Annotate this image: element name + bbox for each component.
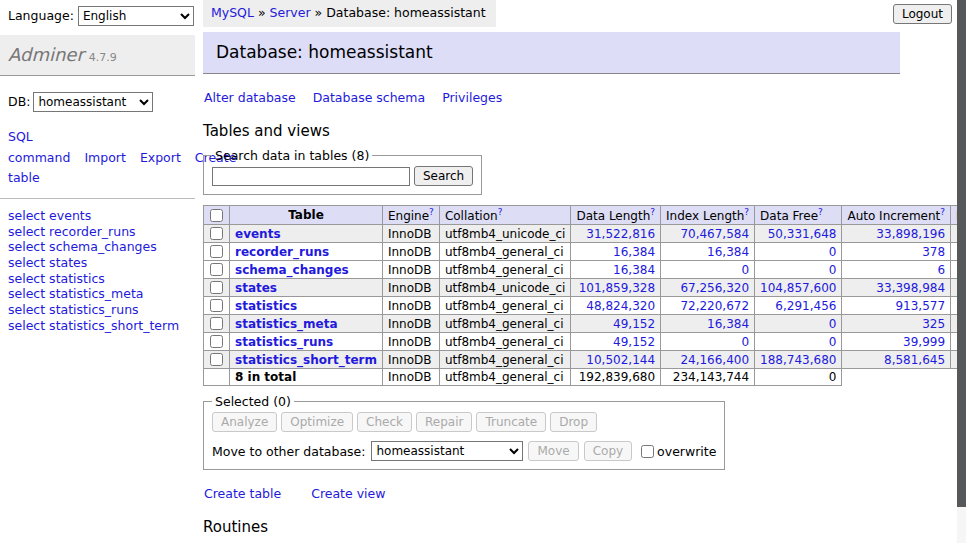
db-select[interactable]: homeassistant <box>33 92 153 112</box>
index-length-cell[interactable]: 0 <box>661 261 755 279</box>
auto-increment-cell[interactable]: 913,577 <box>842 297 951 315</box>
sidebar-action-link[interactable]: Export <box>140 150 181 165</box>
data-free-cell[interactable]: 0 <box>755 315 842 333</box>
data-length-cell[interactable]: 48,824,320 <box>571 297 661 315</box>
row-checkbox[interactable] <box>210 227 223 240</box>
data-free-cell[interactable]: 50,331,648 <box>755 225 842 243</box>
row-checkbox[interactable] <box>210 263 223 276</box>
table-name-link[interactable]: statistics_runs <box>235 335 333 349</box>
auto-increment-cell[interactable]: 8,581,645 <box>842 351 951 369</box>
data-length-cell[interactable]: 16,384 <box>571 243 661 261</box>
row-checkbox[interactable] <box>210 299 223 312</box>
selected-legend: Selected (0) <box>212 394 294 409</box>
data-free-cell[interactable]: 0 <box>755 261 842 279</box>
data-free-cell[interactable]: 104,857,600 <box>755 279 842 297</box>
database-nav-link[interactable]: Privileges <box>442 90 502 105</box>
breadcrumb-mysql-link[interactable]: MySQL <box>211 5 254 20</box>
selected-action-button[interactable]: Truncate <box>476 412 546 432</box>
table-row: statisticsInnoDButf8mb4_general_ci48,824… <box>204 297 966 315</box>
sidebar-table-link[interactable]: select events <box>8 208 187 224</box>
sidebar-action-links: SQL commandImportExportCreate table <box>8 127 187 189</box>
scrollbar-thumb[interactable] <box>957 0 966 507</box>
help-link[interactable]: ? <box>818 207 823 217</box>
help-link[interactable]: ? <box>650 207 655 217</box>
row-checkbox[interactable] <box>210 245 223 258</box>
search-fieldset: Search data in tables (8) Search <box>203 148 482 195</box>
select-all-checkbox[interactable] <box>210 209 223 222</box>
data-free-cell[interactable]: 6,291,456 <box>755 297 842 315</box>
index-length-cell[interactable]: 67,256,320 <box>661 279 755 297</box>
database-nav-link[interactable]: Database schema <box>313 90 425 105</box>
auto-increment-cell[interactable]: 6 <box>842 261 951 279</box>
sidebar-table-link[interactable]: select recorder_runs <box>8 224 187 240</box>
data-length-cell[interactable]: 31,522,816 <box>571 225 661 243</box>
create-link[interactable]: Create view <box>311 486 385 501</box>
move-db-select[interactable]: homeassistant <box>371 441 523 461</box>
breadcrumb-current: Database: homeassistant <box>326 5 485 20</box>
data-length-cell[interactable]: 16,384 <box>571 261 661 279</box>
vertical-scrollbar[interactable] <box>957 0 966 543</box>
move-button[interactable]: Move <box>528 441 578 461</box>
overwrite-checkbox[interactable] <box>641 445 654 458</box>
search-input[interactable] <box>212 167 410 186</box>
create-link[interactable]: Create table <box>204 486 281 501</box>
data-length-cell[interactable]: 101,859,328 <box>571 279 661 297</box>
selected-action-button[interactable]: Optimize <box>281 412 353 432</box>
help-link[interactable]: ? <box>429 207 434 217</box>
data-length-cell[interactable]: 10,502,144 <box>571 351 661 369</box>
sidebar-table-link[interactable]: select schema_changes <box>8 239 187 255</box>
index-length-cell[interactable]: 16,384 <box>661 315 755 333</box>
auto-increment-cell[interactable]: 33,898,196 <box>842 225 951 243</box>
index-length-cell[interactable]: 0 <box>661 333 755 351</box>
help-link[interactable]: ? <box>940 207 945 217</box>
table-name-cell: states <box>230 279 383 297</box>
data-free-cell[interactable]: 188,743,680 <box>755 351 842 369</box>
help-link[interactable]: ? <box>744 207 749 217</box>
auto-increment-cell[interactable]: 378 <box>842 243 951 261</box>
sidebar-action-link[interactable]: SQL command <box>8 129 70 165</box>
row-checkbox[interactable] <box>210 335 223 348</box>
sidebar-table-link[interactable]: select statistics_runs <box>8 302 187 318</box>
table-name-cell: events <box>230 225 383 243</box>
row-checkbox[interactable] <box>210 317 223 330</box>
row-checkbox[interactable] <box>210 353 223 366</box>
index-length-cell[interactable]: 24,166,400 <box>661 351 755 369</box>
index-length-cell[interactable]: 70,467,584 <box>661 225 755 243</box>
sidebar-action-link[interactable]: Import <box>84 150 126 165</box>
sidebar-table-link[interactable]: select statistics_meta <box>8 286 187 302</box>
search-button[interactable]: Search <box>414 166 473 186</box>
table-name-link[interactable]: events <box>235 227 281 241</box>
data-length-cell[interactable]: 49,152 <box>571 333 661 351</box>
table-row: schema_changesInnoDButf8mb4_general_ci16… <box>204 261 966 279</box>
database-nav-link[interactable]: Alter database <box>204 90 296 105</box>
sidebar-table-link[interactable]: select states <box>8 255 187 271</box>
database-nav-links: Alter databaseDatabase schemaPrivileges <box>204 90 903 105</box>
row-checkbox[interactable] <box>210 281 223 294</box>
table-name-link[interactable]: schema_changes <box>235 263 349 277</box>
data-length-cell[interactable]: 49,152 <box>571 315 661 333</box>
data-free-cell[interactable]: 0 <box>755 243 842 261</box>
table-name-link[interactable]: recorder_runs <box>235 245 329 259</box>
breadcrumb: MySQL»Server»Database: homeassistant <box>203 0 496 27</box>
sidebar-table-link[interactable]: select statistics <box>8 271 187 287</box>
table-name-link[interactable]: statistics_short_term <box>235 353 377 367</box>
help-link[interactable]: ? <box>498 207 503 217</box>
auto-increment-cell[interactable]: 33,398,984 <box>842 279 951 297</box>
data-free-cell[interactable]: 0 <box>755 333 842 351</box>
selected-action-button[interactable]: Check <box>357 412 412 432</box>
auto-increment-cell[interactable]: 325 <box>842 315 951 333</box>
auto-increment-cell[interactable]: 39,999 <box>842 333 951 351</box>
table-name-link[interactable]: statistics_meta <box>235 317 338 331</box>
copy-button[interactable]: Copy <box>584 441 632 461</box>
selected-action-button[interactable]: Repair <box>416 412 472 432</box>
logout-button[interactable]: Logout <box>893 4 952 24</box>
index-length-cell[interactable]: 72,220,672 <box>661 297 755 315</box>
table-name-link[interactable]: states <box>235 281 277 295</box>
language-select[interactable]: English <box>78 6 194 26</box>
index-length-cell[interactable]: 16,384 <box>661 243 755 261</box>
table-name-link[interactable]: statistics <box>235 299 297 313</box>
selected-action-button[interactable]: Analyze <box>212 412 277 432</box>
sidebar-table-link[interactable]: select statistics_short_term <box>8 318 187 334</box>
selected-action-button[interactable]: Drop <box>550 412 597 432</box>
breadcrumb-server-link[interactable]: Server <box>270 5 311 20</box>
